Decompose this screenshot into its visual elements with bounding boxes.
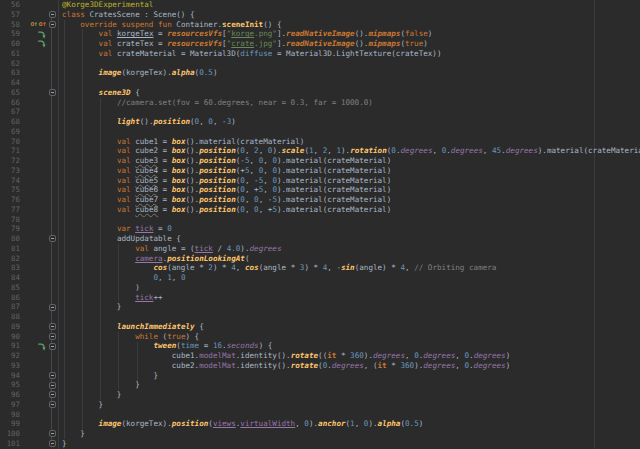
code-text[interactable]: val cube6 = box().position(0, +5, 0).mat… — [58, 185, 640, 195]
code-text[interactable]: var tick = 0 — [58, 224, 640, 234]
code-line[interactable]: 60 val crateTex = resourcesVfs["crate.jp… — [0, 39, 640, 49]
suspend-call-icon[interactable] — [37, 342, 46, 351]
line-number[interactable]: 84 — [0, 273, 20, 283]
code-line[interactable]: 87 } — [0, 302, 640, 312]
code-text[interactable]: val crateMaterial = Material3D(diffuse =… — [58, 49, 640, 59]
line-number[interactable]: 77 — [0, 205, 20, 215]
fold-start-marker-icon[interactable] — [49, 11, 56, 18]
fold-end-marker-icon[interactable] — [49, 304, 56, 311]
code-text[interactable]: @Korge3DExperimental — [58, 0, 640, 10]
code-text[interactable]: val cube3 = box().position(-5, 0, 0).mat… — [58, 156, 640, 166]
line-number[interactable]: 90 — [0, 332, 20, 342]
fold-end-marker-icon[interactable] — [49, 391, 56, 398]
line-number[interactable]: 100 — [0, 429, 20, 439]
code-line[interactable]: 80 addUpdatable { — [0, 234, 640, 244]
code-line[interactable]: 88 — [0, 312, 640, 322]
line-number[interactable]: 98 — [0, 410, 20, 420]
code-line[interactable]: 65 scene3D { — [0, 88, 640, 98]
suspend-call-icon[interactable] — [37, 39, 46, 48]
code-text[interactable]: tick++ — [58, 293, 640, 303]
code-text[interactable]: class CratesScene : Scene() { — [58, 10, 640, 20]
code-line[interactable]: 78 — [0, 215, 640, 225]
line-number[interactable]: 92 — [0, 351, 20, 361]
code-line[interactable]: 72 val cube3 = box().position(-5, 0, 0).… — [0, 156, 640, 166]
code-line[interactable]: 85 ) — [0, 283, 640, 293]
line-number[interactable]: 58 — [0, 20, 20, 30]
line-number[interactable]: 62 — [0, 59, 20, 69]
code-text[interactable]: val cube5 = box().position(0, -5, 0).mat… — [58, 176, 640, 186]
fold-end-marker-icon[interactable] — [49, 440, 56, 447]
code-text[interactable]: } — [58, 371, 640, 381]
code-text[interactable]: } — [58, 390, 640, 400]
code-text[interactable]: } — [58, 380, 640, 390]
code-line[interactable]: 91 tween(time = 16.seconds) { — [0, 341, 640, 351]
line-number[interactable]: 99 — [0, 419, 20, 429]
code-line[interactable]: 97 } — [0, 400, 640, 410]
code-line[interactable]: 75 val cube6 = box().position(0, +5, 0).… — [0, 185, 640, 195]
code-text[interactable]: image(korgeTex).alpha(0.5) — [58, 68, 640, 78]
override-method-icon[interactable]: o↑ — [30, 20, 37, 29]
code-line[interactable]: 76 val cube7 = box().position(0, 0, -5).… — [0, 195, 640, 205]
line-number[interactable]: 86 — [0, 293, 20, 303]
code-text[interactable]: override suspend fun Container.sceneInit… — [58, 20, 640, 30]
fold-start-marker-icon[interactable] — [49, 333, 56, 340]
code-line[interactable]: 69 — [0, 127, 640, 137]
code-text[interactable]: light().position(0, 0, -3) — [58, 117, 640, 127]
fold-end-marker-icon[interactable] — [49, 401, 56, 408]
line-number[interactable]: 69 — [0, 127, 20, 137]
code-line[interactable]: 101} — [0, 439, 640, 449]
fold-start-marker-icon[interactable] — [49, 235, 56, 242]
code-line[interactable]: 89 launchImmediately { — [0, 322, 640, 332]
line-number[interactable]: 64 — [0, 78, 20, 88]
code-text[interactable]: 0, 1, 0 — [58, 273, 640, 283]
code-text[interactable]: } — [58, 302, 640, 312]
code-line[interactable]: 93 cube2.modelMat.identity().rotate(0.de… — [0, 361, 640, 371]
code-line[interactable]: 58o↑o↑ override suspend fun Container.sc… — [0, 20, 640, 30]
line-number[interactable]: 96 — [0, 390, 20, 400]
code-text[interactable]: } — [58, 429, 640, 439]
fold-start-marker-icon[interactable] — [49, 89, 56, 96]
code-line[interactable]: 82 camera.positionLookingAt( — [0, 254, 640, 264]
override-method-icon[interactable]: o↑ — [39, 20, 46, 29]
code-line[interactable]: 98 — [0, 410, 640, 420]
line-number[interactable]: 81 — [0, 244, 20, 254]
code-text[interactable]: cos(angle * 2) * 4, cos(angle * 3) * 4, … — [58, 263, 640, 273]
code-line[interactable]: 61 val crateMaterial = Material3D(diffus… — [0, 49, 640, 59]
line-number[interactable]: 73 — [0, 166, 20, 176]
line-number[interactable]: 65 — [0, 88, 20, 98]
line-number[interactable]: 95 — [0, 380, 20, 390]
code-text[interactable]: scene3D { — [58, 88, 640, 98]
line-number[interactable]: 89 — [0, 322, 20, 332]
code-line[interactable]: 79 var tick = 0 — [0, 224, 640, 234]
line-number[interactable]: 87 — [0, 302, 20, 312]
code-line[interactable]: 81 val angle = (tick / 4.0).degrees — [0, 244, 640, 254]
fold-end-marker-icon[interactable] — [49, 430, 56, 437]
code-line[interactable]: 70 val cube1 = box().material(crateMater… — [0, 137, 640, 147]
code-line[interactable]: 86 tick++ — [0, 293, 640, 303]
line-number[interactable]: 59 — [0, 29, 20, 39]
line-number[interactable]: 66 — [0, 98, 20, 108]
code-text[interactable]: val cube4 = box().position(+5, 0, 0).mat… — [58, 166, 640, 176]
code-text[interactable]: tween(time = 16.seconds) { — [58, 341, 640, 351]
line-number[interactable]: 71 — [0, 146, 20, 156]
line-number[interactable]: 63 — [0, 68, 20, 78]
code-line[interactable]: 83 cos(angle * 2) * 4, cos(angle * 3) * … — [0, 263, 640, 273]
code-line[interactable]: 56@Korge3DExperimental — [0, 0, 640, 10]
code-line[interactable]: 73 val cube4 = box().position(+5, 0, 0).… — [0, 166, 640, 176]
code-line[interactable]: 57class CratesScene : Scene() { — [0, 10, 640, 20]
line-number[interactable]: 83 — [0, 263, 20, 273]
code-text[interactable]: while (true) { — [58, 332, 640, 342]
code-text[interactable]: image(korgeTex).position(views.virtualWi… — [58, 419, 640, 429]
code-line[interactable]: 95 } — [0, 380, 640, 390]
line-number[interactable]: 74 — [0, 176, 20, 186]
code-line[interactable]: 63 image(korgeTex).alpha(0.5) — [0, 68, 640, 78]
code-text[interactable]: camera.positionLookingAt( — [58, 254, 640, 264]
line-number[interactable]: 70 — [0, 137, 20, 147]
line-number[interactable]: 97 — [0, 400, 20, 410]
line-number[interactable]: 82 — [0, 254, 20, 264]
code-line[interactable]: 99 image(korgeTex).position(views.virtua… — [0, 419, 640, 429]
fold-end-marker-icon[interactable] — [49, 382, 56, 389]
code-text[interactable]: ) — [58, 283, 640, 293]
code-text[interactable]: val korgeTex = resourcesVfs["korge.png"]… — [58, 29, 640, 39]
suspend-call-icon[interactable] — [37, 30, 46, 39]
